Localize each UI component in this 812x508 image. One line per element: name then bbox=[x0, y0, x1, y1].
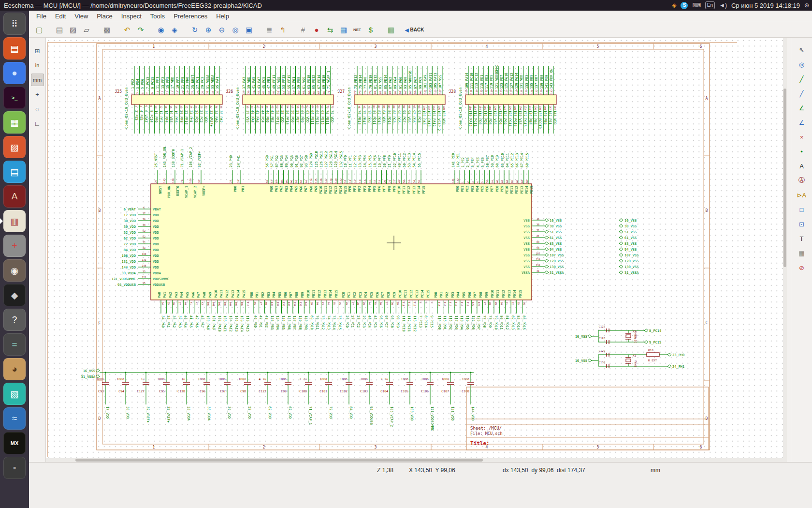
menu-view[interactable]: View bbox=[70, 12, 92, 21]
sheet-tool-icon[interactable]: □ bbox=[795, 203, 808, 216]
annotate-icon[interactable]: # bbox=[297, 24, 309, 36]
menu-edit[interactable]: Edit bbox=[51, 12, 70, 21]
menu-help[interactable]: Help bbox=[212, 12, 233, 21]
find-replace-icon[interactable]: ◈ bbox=[168, 24, 181, 36]
text-tool-icon[interactable]: T bbox=[795, 232, 808, 245]
net-label: 77_PD8 bbox=[482, 315, 486, 328]
page-settings-icon[interactable]: ▤ bbox=[53, 24, 66, 36]
hv-wires-icon[interactable]: ∟ bbox=[31, 117, 44, 130]
pin-name: PA7 bbox=[197, 292, 201, 298]
tray-keyboard-layout[interactable]: En bbox=[705, 1, 715, 9]
dock-mx[interactable]: MX bbox=[3, 432, 26, 454]
horizontal-scrollbar[interactable] bbox=[46, 458, 787, 462]
bus-tool-icon[interactable]: ╱ bbox=[795, 87, 808, 100]
no-connect-icon[interactable]: × bbox=[795, 131, 808, 143]
dock-files[interactable]: ▤ bbox=[3, 37, 26, 60]
tray-skype-icon[interactable]: S bbox=[681, 2, 688, 9]
dock-kicad-tools[interactable]: + bbox=[3, 235, 26, 257]
pin-name: PA6 bbox=[191, 292, 195, 298]
pin-name: PF9 bbox=[392, 186, 396, 192]
pin-name: VSS bbox=[523, 254, 530, 257]
dock-libreoffice-impress[interactable]: ▨ bbox=[3, 136, 26, 158]
bom-icon[interactable]: $ bbox=[364, 24, 377, 36]
global-label-icon[interactable]: Ⓐ bbox=[795, 174, 808, 187]
edit-fields-table-icon[interactable]: ▦ bbox=[337, 24, 350, 36]
dock-libreoffice-calc[interactable]: ▦ bbox=[3, 111, 26, 134]
tray-input-method-icon[interactable]: ⌨ bbox=[692, 0, 700, 11]
net-label: 92_PG7 bbox=[300, 155, 304, 167]
delete-tool-icon[interactable]: ⊘ bbox=[795, 261, 808, 274]
dock-terminal[interactable]: >_ bbox=[3, 87, 26, 109]
cursor-shape-icon[interactable]: + bbox=[31, 88, 44, 101]
hierarchical-label-icon[interactable]: ⊳A bbox=[795, 189, 808, 201]
erc-icon[interactable]: ● bbox=[310, 24, 323, 36]
image-tool-icon[interactable]: ▦ bbox=[795, 247, 808, 259]
dock-calculator[interactable]: = bbox=[3, 333, 26, 356]
save-schematic-icon[interactable]: ▢ bbox=[33, 24, 45, 36]
dock-more[interactable]: ▪ bbox=[3, 457, 26, 479]
wire-tool-icon[interactable]: ╱ bbox=[795, 73, 808, 85]
plot-icon[interactable]: ▱ bbox=[80, 24, 93, 36]
zoom-selection-icon[interactable]: ▣ bbox=[243, 24, 255, 36]
import-sheet-pin-icon[interactable]: ⊡ bbox=[795, 218, 808, 230]
zoom-out-icon[interactable]: ⊖ bbox=[216, 24, 228, 36]
paste-icon[interactable]: ▩ bbox=[101, 24, 113, 36]
net-label-icon[interactable]: A bbox=[795, 160, 808, 172]
menu-tools[interactable]: Tools bbox=[146, 12, 169, 21]
dock-eeschema[interactable]: ▥ bbox=[3, 210, 26, 232]
zoom-fit-icon[interactable]: ◎ bbox=[229, 24, 242, 36]
print-icon[interactable]: ▨ bbox=[67, 24, 79, 36]
hidden-pins-icon[interactable]: ◌ bbox=[31, 103, 44, 115]
dock-gimp[interactable]: ◉ bbox=[3, 259, 26, 282]
dock-monkey-app[interactable]: ◕ bbox=[3, 358, 26, 380]
dock-browser[interactable]: ● bbox=[3, 62, 26, 84]
horizontal-scroll-thumb[interactable] bbox=[75, 459, 483, 462]
clock[interactable]: Ср июн 5 2019 14:18:19 bbox=[731, 2, 800, 9]
vertical-scrollbar[interactable] bbox=[783, 38, 787, 462]
back-import-button[interactable]: ◂ BACK bbox=[405, 26, 424, 34]
zoom-in-icon[interactable]: ⊕ bbox=[202, 24, 215, 36]
menu-inspect[interactable]: Inspect bbox=[117, 12, 146, 21]
find-icon[interactable]: ◉ bbox=[155, 24, 167, 36]
dock-media-app[interactable]: ≈ bbox=[3, 407, 26, 430]
menu-file[interactable]: File bbox=[32, 12, 51, 21]
units-mm-button[interactable]: mm bbox=[31, 74, 44, 86]
menu-place[interactable]: Place bbox=[92, 12, 117, 21]
select-tool-icon[interactable]: ⇖ bbox=[795, 44, 808, 56]
netlist-icon[interactable]: NET bbox=[351, 24, 363, 36]
tray-notifier-icon[interactable]: ◈ bbox=[672, 0, 676, 11]
dock-dash[interactable]: ⠿ bbox=[3, 13, 26, 35]
dock-libreoffice-writer[interactable]: ▤ bbox=[3, 161, 26, 183]
dock-photos-app[interactable]: ▧ bbox=[3, 383, 26, 405]
units-inch-button[interactable]: in bbox=[31, 59, 44, 72]
net-label: 121_VDDSDMMC bbox=[430, 406, 434, 431]
wire-entry-icon[interactable]: ∠ bbox=[795, 102, 808, 114]
assign-footprints-icon[interactable]: ⇆ bbox=[324, 24, 336, 36]
grid-toggle-icon[interactable]: ⊞ bbox=[31, 45, 44, 57]
vertical-scroll-thumb[interactable] bbox=[783, 89, 786, 267]
pin-number: 87 bbox=[275, 180, 278, 183]
schematic-drawing[interactable]: 112233445566AABBCCDDJ25Conn_02x18_Odd_Ev… bbox=[46, 38, 787, 462]
pin-name: BOOT0 bbox=[176, 186, 180, 196]
tray-volume-icon[interactable]: ◄) bbox=[719, 0, 727, 11]
dock-inkscape[interactable]: ◆ bbox=[3, 284, 26, 306]
junction-icon[interactable]: • bbox=[795, 145, 808, 158]
xtal-value: 32768Hz bbox=[634, 330, 637, 343]
pin-number: 12 bbox=[353, 180, 356, 183]
leave-sheet-icon[interactable]: ↰ bbox=[276, 24, 289, 36]
pin-number: 78 bbox=[368, 105, 371, 108]
net-label: 32_VREF+ bbox=[146, 406, 150, 423]
highlight-net-icon[interactable]: ◎ bbox=[795, 58, 808, 71]
undo-icon[interactable]: ↶ bbox=[121, 24, 133, 36]
redo-icon[interactable]: ↷ bbox=[134, 24, 147, 36]
pin-number: 20 bbox=[180, 105, 183, 108]
menu-preferences[interactable]: Preferences bbox=[169, 12, 212, 21]
schematic-canvas[interactable]: 112233445566AABBCCDDJ25Conn_02x18_Odd_Ev… bbox=[46, 38, 787, 462]
bus-entry-icon[interactable]: ∠ bbox=[795, 116, 808, 129]
run-pcbnew-icon[interactable]: ▥ bbox=[385, 24, 397, 36]
refresh-view-icon[interactable]: ↻ bbox=[188, 24, 201, 36]
session-menu-icon[interactable]: ⊛ bbox=[804, 0, 809, 11]
dock-help[interactable]: ? bbox=[3, 309, 26, 331]
navigate-hierarchy-icon[interactable]: ≣ bbox=[263, 24, 276, 36]
dock-app-a[interactable]: A bbox=[3, 185, 26, 208]
